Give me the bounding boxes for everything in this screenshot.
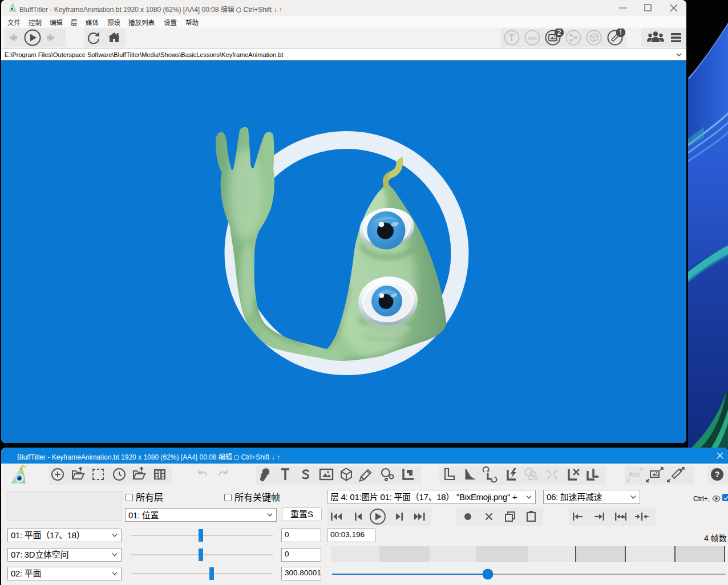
svg-text:Abc: Abc	[527, 35, 537, 41]
svg-text:Abc: Abc	[629, 471, 641, 478]
svg-text:?: ?	[715, 470, 720, 479]
